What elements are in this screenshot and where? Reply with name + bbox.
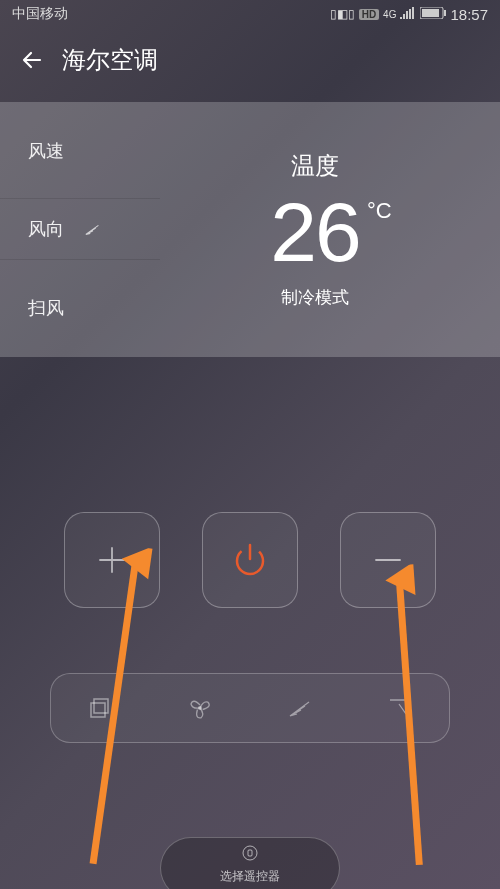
temperature-display: 温度 26 °C 制冷模式 xyxy=(160,102,500,357)
signal-icon xyxy=(400,7,416,22)
mode-label: 制冷模式 xyxy=(281,286,349,309)
svg-rect-1 xyxy=(422,9,439,17)
temp-down-button[interactable] xyxy=(340,512,436,608)
minus-icon xyxy=(370,542,406,578)
svg-rect-2 xyxy=(444,10,446,16)
temp-value: 26 °C xyxy=(270,190,359,274)
wind-speed-label: 风速 xyxy=(28,139,64,163)
swing-icon xyxy=(287,697,313,719)
status-bar: 中国移动 ▯◧▯ HD 4G 18:57 xyxy=(0,0,500,28)
wind-direction-item[interactable]: 风向 xyxy=(0,198,160,260)
svg-point-7 xyxy=(198,706,202,710)
mode-button-1[interactable] xyxy=(51,694,151,722)
mode-controls xyxy=(50,673,450,743)
svg-rect-6 xyxy=(91,703,105,717)
battery-icon xyxy=(420,7,446,22)
temp-label: 温度 xyxy=(291,150,339,182)
clock: 18:57 xyxy=(450,6,488,23)
remote-icon xyxy=(241,844,259,866)
main-controls xyxy=(0,512,500,608)
power-button[interactable] xyxy=(202,512,298,608)
sweep-item[interactable]: 扫风 xyxy=(0,278,160,338)
status-icons: ▯◧▯ HD 4G 18:57 xyxy=(330,6,488,23)
carrier-label: 中国移动 xyxy=(12,5,68,23)
svg-rect-5 xyxy=(94,699,108,713)
window-icon xyxy=(88,695,114,721)
temp-up-button[interactable] xyxy=(64,512,160,608)
svg-point-8 xyxy=(243,846,257,860)
sweep-label: 扫风 xyxy=(28,296,64,320)
temp-unit: °C xyxy=(367,200,392,222)
mode-button-2[interactable] xyxy=(151,694,251,722)
wind-direction-label: 风向 xyxy=(28,217,64,241)
power-icon xyxy=(231,541,269,579)
hd-badge: HD xyxy=(359,9,379,20)
plus-icon xyxy=(94,542,130,578)
settings-column: 风速 风向 扫风 xyxy=(0,102,160,357)
remote-selector-label: 选择遥控器 xyxy=(220,868,280,885)
remote-selector-button[interactable]: 选择遥控器 xyxy=(160,837,340,889)
vibrate-icon: ▯◧▯ xyxy=(330,7,355,21)
network-gen: 4G xyxy=(383,9,396,20)
mode-button-3[interactable] xyxy=(250,694,350,722)
page-title: 海尔空调 xyxy=(62,44,158,76)
mode-button-4[interactable] xyxy=(350,694,450,722)
fan-icon xyxy=(186,694,214,722)
back-button[interactable] xyxy=(20,48,44,72)
direction-icon xyxy=(387,696,411,720)
svg-rect-9 xyxy=(248,850,252,856)
wind-speed-item[interactable]: 风速 xyxy=(0,121,160,181)
nav-bar: 海尔空调 xyxy=(0,28,500,92)
wind-direction-icon xyxy=(84,221,102,237)
display-panel: 风速 风向 扫风 温度 26 °C 制冷模式 xyxy=(0,102,500,357)
